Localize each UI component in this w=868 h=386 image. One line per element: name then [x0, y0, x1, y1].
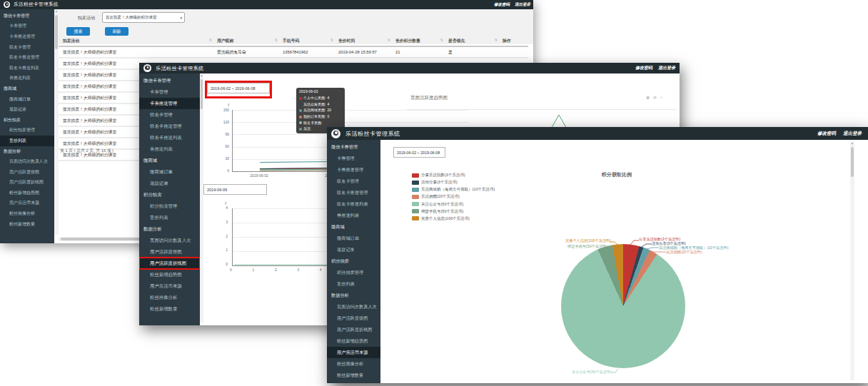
- sidebar-item[interactable]: 微信卡券管理: [139, 75, 200, 86]
- legend-item[interactable]: 活动分享(3个乐活币): [412, 180, 495, 185]
- legend-item[interactable]: 乐活捐赠(20个乐活币): [412, 194, 495, 199]
- sidebar-item[interactable]: 积分拍卖管理: [327, 267, 380, 278]
- change-password-link[interactable]: 修改密码: [817, 131, 836, 137]
- sort-icon[interactable]: ⇅: [388, 38, 390, 42]
- sidebar-item[interactable]: 联名卡推送管理: [327, 187, 380, 198]
- scroll-up-icon[interactable]: ▴: [200, 73, 203, 77]
- scrollbar-thumb[interactable]: [201, 79, 203, 109]
- sidebar-item[interactable]: 卡券管理: [139, 86, 200, 98]
- sidebar-item[interactable]: 微商城: [327, 221, 380, 233]
- search-button[interactable]: 搜索: [66, 27, 90, 36]
- sidebar-item[interactable]: 用户乐活币来源: [327, 347, 380, 358]
- logout-link[interactable]: 退出登录: [515, 2, 530, 7]
- sidebar-item[interactable]: 用户活跃度饼图: [327, 313, 380, 324]
- date-range-input[interactable]: 2019-06-02 ~ 2019-06-08: [207, 83, 270, 93]
- change-password-link[interactable]: 修改密码: [635, 65, 652, 71]
- legend-item[interactable]: 乐活商城购（每周五可领取）(10个乐活币): [412, 187, 495, 192]
- sidebar-item[interactable]: 粉丝新增趋势图: [327, 335, 380, 347]
- sidebar-item[interactable]: 券推送列表: [139, 143, 200, 155]
- column-header-action[interactable]: 操作: [498, 36, 528, 46]
- legend-item[interactable]: 完善个人信息(100个乐活币): [412, 216, 495, 221]
- column-header-nickname[interactable]: 用户昵称⇅: [213, 36, 278, 46]
- sidebar-item[interactable]: 粉丝新增趋势图: [0, 188, 54, 198]
- sidebar-item[interactable]: 用户活跃度饼图: [139, 246, 200, 258]
- sidebar-item[interactable]: 竞价列表: [327, 278, 380, 290]
- sidebar-item[interactable]: 联名卡管理: [0, 42, 54, 53]
- auction-select[interactable]: 首次拍卖！大师级的积分课堂 ▾: [102, 12, 185, 23]
- date-range-input[interactable]: 2019-06-02 ~ 2019-06-08: [393, 147, 445, 158]
- sidebar-item[interactable]: 竞价列表: [0, 136, 54, 146]
- sidebar-item[interactable]: 粉丝新增数量: [0, 219, 54, 230]
- column-header-activity[interactable]: 拍卖活动⇅: [59, 36, 213, 46]
- sidebar-item[interactable]: 积分拍卖: [0, 115, 54, 126]
- sidebar-item[interactable]: 用户活跃度折线图: [139, 258, 200, 269]
- refresh-button[interactable]: 刷新: [105, 27, 128, 36]
- sidebar-item[interactable]: 粉丝新增数量: [139, 303, 200, 315]
- content-vertical-scrollbar[interactable]: ▴: [200, 73, 203, 323]
- sidebar-item[interactable]: 联名卡推送列表: [139, 132, 200, 143]
- sidebar-item[interactable]: 页面访问次数及人次: [327, 301, 380, 313]
- sidebar-item[interactable]: 用户乐活币来源: [139, 280, 200, 292]
- sort-icon[interactable]: ⇅: [209, 38, 212, 42]
- legend-item[interactable]: 分享乐活拍数(3个乐活币): [412, 173, 495, 178]
- content-vertical-scrollbar[interactable]: ▴: [54, 9, 59, 235]
- sidebar-item[interactable]: 粉丝画像分析: [327, 358, 380, 370]
- sort-icon[interactable]: ⇅: [440, 38, 443, 42]
- sidebar-item[interactable]: 联名卡推送列表: [0, 63, 54, 73]
- sidebar-item[interactable]: 卡券管理: [0, 21, 54, 32]
- sidebar-item[interactable]: 积分拍卖管理: [139, 200, 200, 212]
- column-header-phone[interactable]: 手机号码⇅: [278, 36, 334, 46]
- sidebar-item[interactable]: 卡券推送管理: [139, 98, 200, 109]
- sidebar-item[interactable]: 积分拍卖: [327, 255, 380, 267]
- sidebar-item[interactable]: 粉丝画像分析: [0, 208, 54, 219]
- sidebar-item[interactable]: 券推送列表: [327, 210, 380, 221]
- sidebar-item[interactable]: 退款记录: [327, 244, 380, 255]
- sidebar-item[interactable]: 券推送列表: [0, 73, 54, 84]
- sidebar-item[interactable]: 联名卡推送列表: [327, 198, 380, 210]
- sidebar-item[interactable]: 联名卡管理: [139, 109, 200, 121]
- scrollbar-thumb[interactable]: [851, 147, 854, 177]
- sidebar-item[interactable]: 数据分析: [139, 223, 200, 235]
- sidebar-item[interactable]: 数据分析: [327, 290, 380, 301]
- sidebar-item[interactable]: 用户活跃度折线图: [327, 324, 380, 335]
- sidebar-item[interactable]: 微商城: [0, 83, 54, 94]
- sort-icon[interactable]: ⇅: [330, 38, 333, 42]
- sidebar-item[interactable]: 用户活跃度饼图: [0, 167, 54, 178]
- column-header-leading[interactable]: 是否领先⇅: [444, 36, 498, 46]
- sidebar-item[interactable]: 页面访问次数及人次: [0, 156, 54, 167]
- sidebar-item[interactable]: 联名卡推送管理: [139, 121, 200, 132]
- sidebar-item[interactable]: 退款记录: [139, 178, 200, 189]
- sidebar-item[interactable]: 粉丝新增趋势图: [139, 269, 200, 280]
- column-header-bid-points[interactable]: 竞价积分数量⇅: [391, 36, 444, 46]
- logout-link[interactable]: 退出登录: [658, 65, 675, 71]
- sidebar-item[interactable]: 卡券管理: [327, 153, 380, 164]
- sidebar-item[interactable]: 微信卡券管理: [327, 141, 380, 153]
- date-input[interactable]: 2019-06-09: [203, 184, 267, 195]
- sidebar-item[interactable]: 数据分析: [0, 146, 54, 157]
- sidebar-item[interactable]: 竞价列表: [139, 212, 200, 223]
- sidebar-item[interactable]: 卡券推送管理: [0, 31, 54, 42]
- logout-link[interactable]: 退出登录: [843, 131, 862, 137]
- sidebar-item[interactable]: 用户活跃度折线图: [0, 178, 54, 188]
- download-icon[interactable]: ↓: [660, 95, 662, 100]
- sidebar-item[interactable]: 用户乐活币来源: [0, 198, 54, 209]
- sidebar-item[interactable]: 微商城订单: [139, 166, 200, 178]
- content-vertical-scrollbar[interactable]: ▴: [850, 141, 854, 380]
- scroll-up-icon[interactable]: ▴: [850, 141, 854, 145]
- sidebar-item[interactable]: 粉丝新增数量: [327, 370, 380, 381]
- sidebar-item[interactable]: 粉丝画像分析: [139, 292, 200, 303]
- sidebar-item[interactable]: 积分拍卖管理: [0, 126, 54, 136]
- refresh-icon[interactable]: ⟳: [653, 95, 657, 100]
- sidebar-item[interactable]: 微商城订单: [327, 233, 380, 244]
- legend-item[interactable]: 绑定手机号(50个乐活币): [412, 209, 495, 214]
- sidebar-item[interactable]: 微商城订单: [0, 94, 54, 105]
- scroll-up-icon[interactable]: ▴: [54, 9, 59, 13]
- sidebar-item[interactable]: 页面访问次数及人次: [139, 235, 200, 246]
- sidebar-item[interactable]: 卡券推送管理: [327, 164, 380, 176]
- scrollbar-thumb[interactable]: [55, 15, 58, 49]
- sidebar-item[interactable]: 退款记录: [0, 104, 54, 115]
- sidebar-item[interactable]: 微商城: [139, 155, 200, 166]
- change-password-link[interactable]: 修改密码: [494, 2, 510, 7]
- sidebar-item[interactable]: 联名卡管理: [327, 176, 380, 187]
- sidebar-item[interactable]: 微信卡券管理: [0, 11, 54, 21]
